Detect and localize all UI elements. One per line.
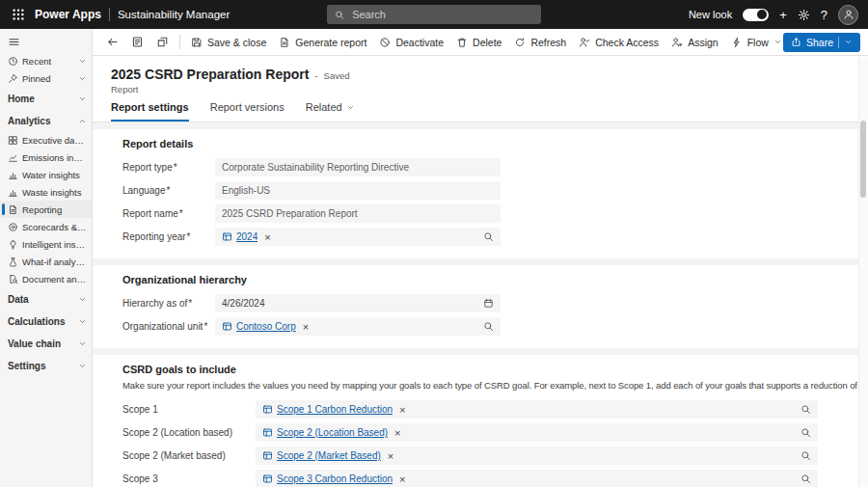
required-indicator: * [187,231,191,242]
scope-3-lookup[interactable]: Scope 3 Carbon Reduction × [256,470,818,487]
lookup-tag[interactable]: Contoso Corp × [222,321,309,333]
target-icon [8,222,18,232]
chevron-down-icon [844,38,853,46]
report-type-input[interactable]: Corporate Sustainability Reporting Direc… [215,158,501,176]
global-search-box[interactable] [327,5,541,24]
help-button[interactable]: ? [821,9,827,21]
sidebar-item-scorecards-goals[interactable]: Scorecards & goals [0,218,92,235]
sidebar-group-calculations[interactable]: Calculations [0,311,92,332]
lookup-tag[interactable]: Scope 2 (Market Based) × [262,450,393,462]
sidebar-item-intelligent-insights[interactable]: Intelligent insights (p... [0,235,92,253]
search-icon [335,10,344,20]
deactivate-button[interactable]: Deactivate [373,33,449,52]
calendar-icon[interactable] [483,298,494,309]
flow-button[interactable]: Flow [725,33,783,52]
site-map-sidebar: Recent Pinned Home Analytics Executive d… [0,29,93,487]
record-icon [222,321,232,332]
language-input[interactable]: English-US [215,181,501,200]
sidebar-item-emissions-insights[interactable]: Emissions insights [0,149,92,166]
form-list-button[interactable] [125,32,149,52]
delete-button[interactable]: Delete [450,33,507,52]
save-icon [191,37,203,48]
form-icon [131,36,144,48]
remove-tag-icon[interactable]: × [303,321,309,333]
lookup-tag[interactable]: Scope 1 Carbon Reduction × [262,404,406,416]
bar-chart-icon [8,187,18,198]
chevron-down-icon [773,38,782,46]
tab-report-settings[interactable]: Report settings [111,101,189,122]
generate-report-button[interactable]: Generate report [273,33,372,52]
tab-related[interactable]: Related [306,101,355,122]
search-input[interactable] [350,8,533,21]
reporting-year-lookup[interactable]: 2024 × [215,228,501,246]
chevron-down-icon [78,57,87,66]
sidebar-item-what-if-analysis[interactable]: What-if analysis (pre... [0,253,92,270]
scope-2-location-lookup[interactable]: Scope 2 (Location Based) × [256,423,818,442]
report-name-input[interactable]: 2025 CSRD Preparation Report [215,204,501,223]
chevron-down-icon [78,362,87,370]
required-indicator: * [203,321,207,332]
sidebar-item-waste-insights[interactable]: Waste insights [0,183,92,201]
remove-tag-icon[interactable]: × [264,231,270,243]
sidebar-item-document-analysis[interactable]: Document analysis (... [0,270,92,287]
popout-icon [156,36,169,48]
search-icon[interactable] [800,450,811,461]
new-look-label: New look [689,9,732,20]
refresh-button[interactable]: Refresh [508,33,572,52]
sidebar-item-water-insights[interactable]: Water insights [0,166,92,183]
vertical-scrollbar[interactable] [858,57,868,487]
settings-gear-icon[interactable] [798,9,810,21]
remove-tag-icon[interactable]: × [388,450,393,462]
header-divider [109,8,110,21]
account-avatar[interactable] [838,5,858,25]
new-look-toggle[interactable] [743,9,769,21]
app-name[interactable]: Power Apps [35,8,101,21]
assign-button[interactable]: Assign [665,33,724,52]
person-arrow-icon [671,37,683,48]
remove-tag-icon[interactable]: × [399,404,405,416]
organizational-unit-lookup[interactable]: Contoso Corp × [215,317,501,336]
sidebar-group-settings[interactable]: Settings [0,356,92,376]
section-report-details: Report details Report type* Corporate Su… [93,129,868,258]
popout-button[interactable] [150,32,175,52]
waffle-menu-icon[interactable] [10,6,27,23]
title-row: 2025 CSRD Preparation Report - Saved [111,67,868,82]
hierarchy-date-input[interactable]: 4/26/2024 [215,294,501,312]
sidebar-item-pinned[interactable]: Pinned [0,69,92,87]
share-button[interactable]: Share [783,33,860,52]
lookup-tag[interactable]: Scope 3 Carbon Reduction × [262,473,406,485]
ban-icon [379,37,391,48]
search-icon[interactable] [800,427,811,438]
search-icon[interactable] [800,473,811,484]
field-scope-2-location: Scope 2 (Location based) Scope 2 (Locati… [122,423,868,442]
lookup-tag[interactable]: 2024 × [222,231,271,243]
remove-tag-icon[interactable]: × [394,427,400,439]
tab-report-versions[interactable]: Report versions [210,101,285,122]
sidebar-item-executive-dashboard[interactable]: Executive dashboard [0,131,92,149]
sidebar-item-reporting[interactable]: Reporting [0,201,92,218]
save-close-button[interactable]: Save & close [185,33,272,52]
scope-1-lookup[interactable]: Scope 1 Carbon Reduction × [256,400,818,419]
field-scope-2-market: Scope 2 (Market based) Scope 2 (Market B… [122,446,868,465]
back-arrow-icon [106,36,119,48]
sidebar-item-recent[interactable]: Recent [0,52,92,69]
sidebar-group-data[interactable]: Data [0,289,92,310]
search-icon[interactable] [483,321,494,332]
search-icon[interactable] [800,404,811,415]
scope-2-market-lookup[interactable]: Scope 2 (Market Based) × [256,446,818,465]
field-label: Language [122,185,166,196]
section-description: Make sure your report includes the value… [122,380,868,391]
scrollbar-thumb[interactable] [860,121,866,198]
sidebar-group-value-chain[interactable]: Value chain [0,334,92,354]
remove-tag-icon[interactable]: × [399,473,405,485]
environment-name[interactable]: Sustainability Manager [118,9,230,20]
search-icon[interactable] [483,231,494,242]
check-access-button[interactable]: Check Access [573,33,665,52]
chevron-down-icon [78,317,87,326]
sidebar-group-home[interactable]: Home [0,89,92,109]
add-button[interactable]: + [779,9,787,21]
lookup-tag[interactable]: Scope 2 (Location Based) × [262,427,401,439]
back-button[interactable] [100,32,124,52]
hamburger-menu-icon[interactable] [0,32,28,52]
sidebar-group-analytics[interactable]: Analytics [0,111,92,131]
